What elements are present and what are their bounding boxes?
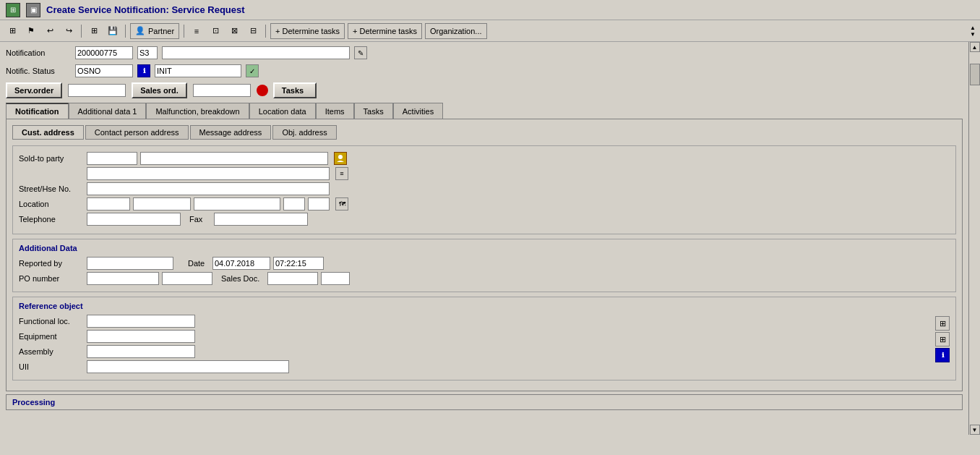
sub-tab-message-address[interactable]: Message address bbox=[190, 125, 272, 140]
date-input[interactable] bbox=[212, 257, 270, 270]
list-icon[interactable]: ≡ bbox=[335, 167, 348, 180]
check-icon[interactable]: ✓ bbox=[246, 64, 259, 77]
toolbar-btn-save[interactable]: 💾 bbox=[105, 23, 121, 39]
notification-type-input[interactable] bbox=[137, 46, 158, 59]
sold-to-party-row-2: ≡ bbox=[19, 167, 950, 180]
info-icon[interactable]: ℹ bbox=[137, 64, 150, 77]
location-input-1[interactable] bbox=[87, 197, 130, 211]
fax-input[interactable] bbox=[214, 213, 308, 226]
tab-items[interactable]: Items bbox=[316, 103, 354, 119]
tab-notification[interactable]: Notification bbox=[6, 103, 69, 119]
person-icon[interactable] bbox=[334, 152, 347, 165]
cust-address-section: Sold-to party ≡ Street/Hse No. bbox=[12, 145, 956, 234]
separator-4 bbox=[265, 25, 266, 38]
street-hse-row: Street/Hse No. bbox=[19, 182, 950, 195]
sold-to-party-input-1[interactable] bbox=[87, 152, 137, 165]
scroll-up-arrow[interactable]: ▲ bbox=[970, 42, 980, 52]
tasks-button[interactable]: Tasks bbox=[273, 82, 317, 98]
notification-number-input[interactable] bbox=[75, 46, 133, 59]
tab-location-data[interactable]: Location data bbox=[249, 103, 316, 119]
reported-by-row: Reported by Date bbox=[19, 257, 950, 270]
map-icon[interactable]: 🗺 bbox=[335, 197, 348, 211]
location-input-4[interactable] bbox=[283, 197, 305, 211]
street-hse-label: Street/Hse No. bbox=[19, 184, 84, 193]
uil-input[interactable] bbox=[87, 360, 289, 373]
person-icon: 👤 bbox=[135, 26, 145, 35]
sales-ord-input[interactable] bbox=[193, 84, 251, 97]
edit-icon[interactable]: ✎ bbox=[354, 46, 367, 59]
location-label: Location bbox=[19, 200, 84, 208]
init-input[interactable] bbox=[155, 64, 241, 77]
sold-to-party-input-2[interactable] bbox=[140, 152, 328, 165]
toolbar-btn-flag[interactable]: ⚑ bbox=[23, 23, 39, 39]
ref-info-icon[interactable]: ℹ bbox=[935, 348, 950, 362]
sales-ord-button[interactable]: Sales ord. bbox=[132, 82, 187, 98]
uil-row: UII bbox=[19, 360, 929, 373]
toolbar: ⊞ ⚑ ↩ ↪ ⊞ 💾 👤 Partner ≡ ⊡ ⊠ ⊟ + Determin… bbox=[0, 20, 980, 42]
qrcode-icon-2[interactable]: ⊞ bbox=[935, 332, 950, 346]
partner-button[interactable]: 👤 Partner bbox=[130, 23, 179, 39]
location-input-2[interactable] bbox=[133, 197, 191, 211]
scroll-thumb[interactable] bbox=[970, 64, 980, 85]
organization-button[interactable]: + Determine tasks bbox=[348, 23, 422, 39]
tab-malfunction[interactable]: Malfunction, breakdown bbox=[146, 103, 249, 119]
app-icon: ⊞ bbox=[6, 3, 20, 17]
page-title: Create Service Notification: Service Req… bbox=[46, 4, 245, 15]
sub-tab-obj-address[interactable]: Obj. address bbox=[272, 125, 336, 140]
separator-3 bbox=[184, 25, 184, 38]
sold-to-party-input-3[interactable] bbox=[87, 167, 330, 180]
sold-to-party-label: Sold-to party bbox=[19, 154, 84, 163]
contract-selection-button[interactable]: Organization... bbox=[425, 23, 487, 39]
reported-by-label: Reported by bbox=[19, 259, 84, 268]
separator-1 bbox=[81, 25, 82, 38]
time-input[interactable] bbox=[273, 257, 324, 270]
sub-tab-contact-person[interactable]: Contact person address bbox=[85, 125, 189, 140]
sold-to-party-row: Sold-to party bbox=[19, 152, 950, 165]
status-row: Notific. Status ℹ ✓ bbox=[3, 63, 966, 79]
toolbar-btn-back[interactable]: ↩ bbox=[42, 23, 58, 39]
location-row: Location 🗺 bbox=[19, 197, 950, 211]
sales-doc-input-2[interactable] bbox=[321, 272, 350, 285]
po-number-input-1[interactable] bbox=[87, 272, 159, 285]
po-number-label: PO number bbox=[19, 274, 84, 283]
toolbar-btn-copy[interactable]: ⊡ bbox=[207, 23, 223, 39]
content-panel: Cust. address Contact person address Mes… bbox=[6, 119, 963, 391]
app-icon-2: ▣ bbox=[26, 3, 40, 17]
sub-tab-cust-address[interactable]: Cust. address bbox=[12, 125, 84, 140]
determine-tasks-button[interactable]: + Determine tasks bbox=[270, 23, 345, 39]
notific-status-label: Notific. Status bbox=[6, 67, 71, 75]
sales-doc-input-1[interactable] bbox=[267, 272, 318, 285]
assembly-label: Assembly bbox=[19, 347, 84, 356]
location-input-5[interactable] bbox=[308, 197, 330, 211]
main-wrapper: Notification ✎ Notific. Status ℹ ✓ Serv.… bbox=[0, 42, 980, 435]
processing-title: Processing bbox=[12, 398, 55, 407]
location-input-3[interactable] bbox=[194, 197, 280, 211]
assembly-input[interactable] bbox=[87, 345, 195, 358]
contract-selection-label: Organization... bbox=[430, 27, 482, 35]
qrcode-icon-1[interactable]: ⊞ bbox=[935, 316, 950, 331]
serv-order-input[interactable] bbox=[68, 84, 126, 97]
tab-additional-data-1[interactable]: Additional data 1 bbox=[69, 103, 147, 119]
functional-loc-input[interactable] bbox=[87, 315, 195, 328]
toolbar-btn-grid[interactable]: ⊞ bbox=[86, 23, 102, 39]
tab-activities[interactable]: Activities bbox=[393, 103, 443, 119]
tabs-bar: Notification Additional data 1 Malfuncti… bbox=[3, 103, 966, 119]
toolbar-btn-forward[interactable]: ↪ bbox=[61, 23, 77, 39]
telephone-input[interactable] bbox=[87, 213, 181, 226]
equipment-input[interactable] bbox=[87, 330, 195, 343]
scroll-down-arrow[interactable]: ▼ bbox=[970, 425, 980, 435]
tab-tasks[interactable]: Tasks bbox=[354, 103, 393, 119]
notification-desc-input[interactable] bbox=[162, 46, 350, 59]
toolbar-btn-app[interactable]: ⊞ bbox=[4, 23, 20, 39]
po-number-input-2[interactable] bbox=[162, 272, 212, 285]
serv-order-button[interactable]: Serv.order bbox=[6, 82, 62, 98]
functional-loc-label: Functional loc. bbox=[19, 317, 84, 326]
toolbar-btn-paste[interactable]: ⊠ bbox=[226, 23, 242, 39]
toolbar-btn-menu[interactable]: ≡ bbox=[189, 23, 205, 39]
po-number-row: PO number Sales Doc. bbox=[19, 272, 950, 285]
street-input[interactable] bbox=[87, 182, 330, 195]
reported-by-input[interactable] bbox=[87, 257, 173, 270]
title-bar: ⊞ ▣ Create Service Notification: Service… bbox=[0, 0, 980, 20]
status-value-input[interactable] bbox=[75, 64, 133, 77]
toolbar-btn-delete[interactable]: ⊟ bbox=[245, 23, 261, 39]
